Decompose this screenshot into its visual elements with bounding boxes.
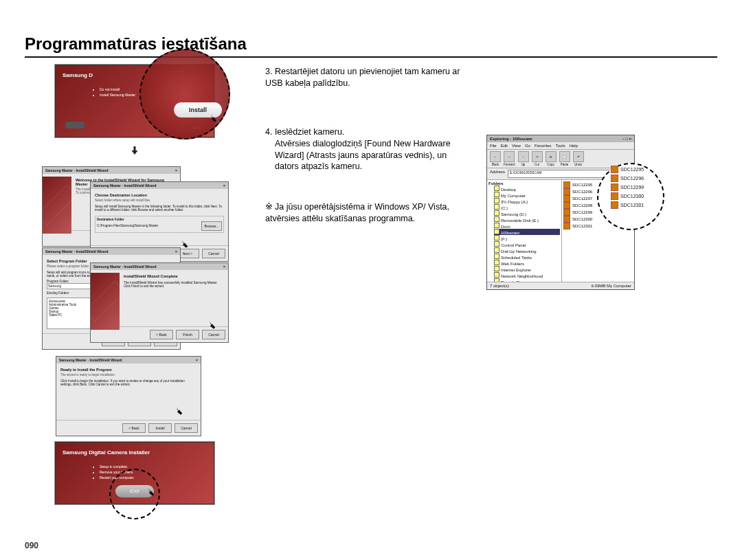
step-4: 4. Ieslēdziet kameru. Atvērsies dialoglo… [265,126,471,173]
tree-item[interactable]: (F:) [494,235,560,241]
tree-item[interactable]: Internet Explorer [494,266,560,272]
dialog-title: Samsung Master - InstallShield Wizard [93,183,157,188]
step-3: 3. Restartējiet datoru un pievienojiet t… [265,66,471,89]
dialog-body-text: Click Install to begin the installation.… [60,379,196,386]
arrow-down-icon [128,143,141,161]
toolbar-paste-icon[interactable]: 📋Paste [559,151,570,166]
installer-brand: Samsung Digital Camera Installer [63,449,150,456]
note: ※Ja jūsu operētājsistēma ir Windows XP/ … [265,201,471,225]
page-number: 090 [25,541,38,550]
finish-button[interactable]: Finish [176,330,199,339]
tree-item[interactable]: Network Neighborhood [494,272,560,278]
toolbar-copy-icon[interactable]: ⧉Copy [546,151,556,166]
toolbar-undo-icon[interactable]: ↶Undo [573,151,584,166]
address-label: Address [490,170,505,178]
right-column: 3. Restartējiet datoru un pievienojiet t… [265,65,717,504]
screenshot-installer-menu: Samsung D Do not install Install Samsung… [55,65,214,137]
dialog-title: Samsung Master - InstallShield Wizard [93,265,157,269]
tree-item[interactable]: Dial-Up Networking [494,247,560,254]
status-left: 7 object(s) [490,284,509,288]
tree-item[interactable]: Control Panel [494,241,560,247]
installer-option: Do not install [100,87,135,92]
title-rule [25,56,717,58]
dialog-title: Samsung Master - InstallShield Wizard [59,358,122,362]
close-icon[interactable]: × [196,358,198,362]
tree-item[interactable]: Samsung (D:) [494,210,560,216]
dialog-body-text: The InstallShield Wizard has successfull… [124,281,224,288]
dialog-subtext: Select folder where setup will install f… [95,199,224,202]
menu-item[interactable]: View [512,144,521,148]
tree-item[interactable]: Removable Disk (E:) [494,216,560,223]
cursor-icon [172,406,185,418]
menu-item[interactable]: Tools [556,144,565,148]
dest-folder-path: C:\Program Files\Samsung\Samsung Master [97,224,158,227]
menu-item[interactable]: File [490,144,497,148]
close-icon[interactable]: × [223,265,225,269]
menu-item[interactable]: Help [570,144,578,148]
menu-item[interactable]: Go [525,144,530,148]
toolbar-back-icon[interactable]: ←Back [490,151,501,166]
file-item-zoom: SDC12299 [611,183,663,191]
file-item-zoom: SDC12301 [611,201,663,209]
install-button[interactable]: Install [148,423,172,433]
dialog-body-text: Setup will install Samsung Master in the… [95,205,224,212]
tree-item[interactable]: Dcim [494,223,560,229]
back-button[interactable]: < Back [150,330,173,339]
tree-item[interactable]: Desktop [494,186,560,192]
dialog-side-graphic [91,273,120,330]
tree-item[interactable]: Web Folders [494,260,560,266]
screenshot-installer-exit: Samsung Digital Camera Installer Setup i… [55,442,214,505]
screenshot-ready-install: Samsung Master - InstallShield Wizard× R… [56,356,214,413]
toolbar-forward-icon[interactable]: →Forward [504,151,515,166]
magnify-circle: SDC12295SDC12296SDC12299SDC12300SDC12301 [597,163,664,230]
installer-option: Install Samsung Master [100,92,135,98]
close-icon[interactable]: × [223,183,225,188]
tree-item[interactable]: 100sscam [494,229,560,235]
step-4-head: 4. Ieslēdziet kameru. [265,127,344,137]
install-thumb-button [65,122,85,128]
menu-item[interactable]: Edit [501,144,508,148]
tree-item[interactable]: 3½ Floppy (A:) [494,198,560,204]
file-item-zoom: SDC12300 [611,192,663,200]
file-item-zoom: SDC12295 [611,166,663,173]
screenshot-pair-folder-complete: Samsung Master - InstallShield Wizard× S… [42,247,227,327]
screenshot-windows-explorer: Exploring - 100sscam - □ × File Edit Vie… [486,135,635,290]
dialog-subtext: The wizard is ready to begin installatio… [60,373,196,377]
screenshot-pair-welcome-destination: Samsung Master - InstallShield Wizard× W… [42,166,227,246]
installer-brand: Samsung D [63,72,93,78]
dialog-side-graphic [43,177,71,234]
note-text: Ja jūsu operētājsistēma ir Windows XP/ V… [265,202,449,223]
toolbar-up-icon[interactable]: ↑Up [518,151,529,166]
close-icon[interactable]: × [175,168,177,172]
dialog-heading: Ready to Install the Program [60,368,196,372]
tree-item[interactable]: (C:) [494,204,560,210]
cancel-button[interactable]: Cancel [175,423,198,433]
dialog-title: Samsung Master - InstallShield Wizard [45,249,109,254]
close-icon[interactable]: × [175,249,177,254]
tree-item[interactable]: Scheduled Tasks [494,254,560,260]
explorer-menu: File Edit View Go Favorites Tools Help [487,142,634,150]
page-title: Programmatūras iestatīšana [25,34,717,54]
folder-tree[interactable]: Folders DesktopMy Computer3½ Floppy (A:)… [487,180,562,282]
magnify-circle [139,49,230,139]
dialog-title: Samsung Master - InstallShield Wizard [45,168,109,172]
cursor-icon [144,487,157,500]
step-4-body: Atvērsies dialoglodziņš [Found New Hardw… [275,138,471,173]
toolbar-cut-icon[interactable]: ✂Cut [532,151,543,166]
back-button[interactable]: < Back [122,423,146,433]
menu-item[interactable]: Favorites [535,144,552,148]
dialog-ready: Samsung Master - InstallShield Wizard× R… [56,356,201,436]
tree-item[interactable]: Recycle Bin [494,278,560,282]
browse-button[interactable]: Browse... [201,221,222,231]
status-right: 6.03MB My Computer [592,284,631,288]
installer-options: Do not install Install Samsung Master [67,87,135,98]
tree-item[interactable]: My Computer [494,192,560,198]
cursor-icon [205,320,218,333]
window-controls[interactable]: - □ × [623,137,631,141]
file-item-zoom: SDC12296 [611,175,663,182]
dialog-heading: Choose Destination Location [95,193,224,197]
note-symbol: ※ [265,201,273,213]
explorer-title: Exploring - 100sscam [490,137,532,141]
cursor-icon [207,113,219,126]
left-column: Samsung D Do not install Install Samsung… [25,65,245,504]
